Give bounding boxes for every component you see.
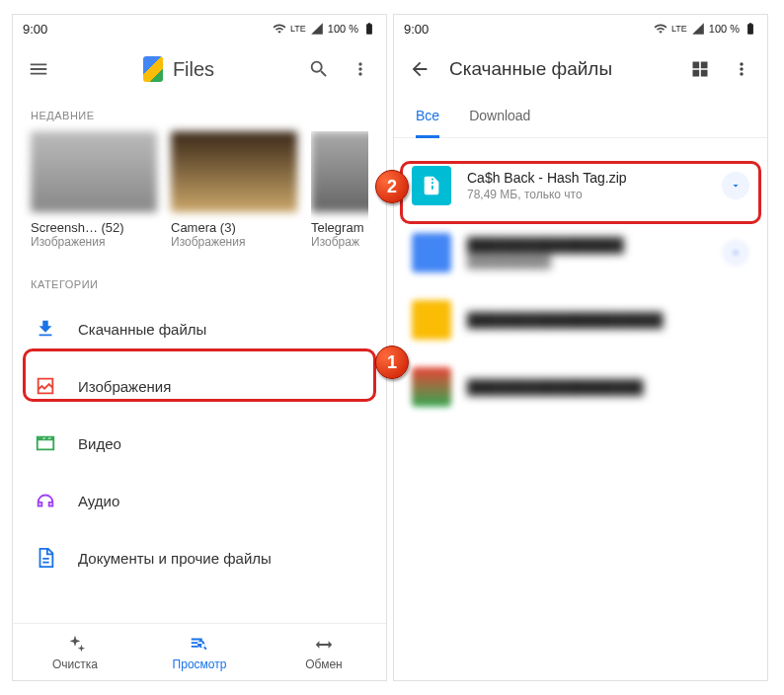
tabs: Все Download (394, 96, 767, 138)
category-audio[interactable]: Аудио (13, 472, 386, 529)
status-time: 9:00 (404, 22, 429, 37)
back-icon[interactable] (408, 57, 431, 81)
battery-icon (744, 22, 757, 36)
nav-label: Очистка (52, 657, 98, 671)
category-downloads[interactable]: Скачанные файлы (13, 300, 386, 357)
audio-icon (35, 490, 56, 511)
phone-right: 9:00 LTE 100 % Скачанные файлы Все (393, 14, 768, 681)
page-title: Скачанные файлы (449, 58, 670, 80)
recent-row: Screensh… (52) Изображения Camera (3) Из… (13, 131, 386, 265)
status-bar: 9:00 LTE 100 % (394, 15, 767, 42)
app-bar-left: Files (13, 42, 386, 96)
document-icon (35, 547, 56, 569)
file-row-zip[interactable]: Ca$h Back - Hash Tag.zip 78,49 МБ, тольк… (394, 152, 767, 219)
recent-card[interactable]: Camera (3) Изображения (171, 131, 297, 249)
section-recent-label: НЕДАВНИЕ (13, 96, 386, 131)
status-battery-text: 100 % (709, 23, 740, 35)
search-icon[interactable] (307, 57, 331, 81)
menu-icon[interactable] (27, 57, 50, 81)
grid-view-icon[interactable] (688, 57, 712, 81)
section-cat-label: КАТЕГОРИИ (13, 265, 386, 300)
dropdown-icon[interactable] (722, 172, 749, 199)
signal-icon (310, 22, 324, 36)
phone-left: 9:00 LTE 100 % Files (12, 14, 387, 681)
tab-all[interactable]: Все (416, 96, 439, 138)
status-net: LTE (290, 24, 306, 34)
status-battery-text: 100 % (328, 23, 358, 35)
tab-download[interactable]: Download (469, 96, 530, 137)
file-info-blurred: ████████████████████ (467, 312, 749, 328)
file-icon-blurred (412, 233, 451, 272)
status-net: LTE (671, 24, 687, 34)
app-title: Files (143, 56, 214, 82)
wifi-icon (273, 22, 286, 36)
category-video[interactable]: Видео (13, 415, 386, 472)
image-icon (35, 375, 56, 397)
file-icon-blurred (412, 300, 451, 340)
file-info-blurred: ██████████████████ (467, 379, 749, 395)
status-time: 9:00 (23, 22, 47, 37)
thumb-icon (311, 131, 368, 212)
file-row-blurred[interactable]: ████████████████ ██████████ (394, 219, 767, 286)
status-bar: 9:00 LTE 100 % (13, 15, 386, 42)
category-images[interactable]: Изображения (13, 357, 386, 415)
nav-label: Просмотр (173, 657, 227, 671)
thumb-icon (31, 131, 157, 212)
video-icon (35, 432, 56, 454)
category-label: Изображения (78, 378, 171, 395)
file-name: Ca$h Back - Hash Tag.zip (467, 170, 706, 186)
file-icon-blurred (412, 367, 451, 407)
category-list: Скачанные файлы Изображения Видео Аудио … (13, 300, 386, 586)
files-logo-icon (143, 56, 163, 82)
category-docs[interactable]: Документы и прочие файлы (13, 529, 386, 586)
badge-2: 2 (375, 170, 409, 203)
recent-sub: Изображ (311, 235, 368, 249)
signal-icon (691, 22, 705, 36)
app-title-text: Files (173, 58, 214, 81)
battery-icon (362, 22, 376, 36)
nav-browse[interactable]: Просмотр (137, 624, 262, 680)
recent-title: Screensh… (52) (31, 220, 157, 235)
app-bar-right: Скачанные файлы (394, 42, 767, 96)
category-label: Видео (78, 435, 121, 452)
recent-title: Camera (3) (171, 220, 297, 235)
sparkle-icon (64, 634, 86, 656)
share-icon (313, 634, 335, 656)
download-icon (35, 318, 56, 340)
file-info: Ca$h Back - Hash Tag.zip 78,49 МБ, тольк… (467, 170, 706, 201)
category-label: Аудио (78, 493, 119, 509)
nav-label: Обмен (305, 657, 343, 671)
thumb-icon (171, 131, 297, 212)
nav-share[interactable]: Обмен (262, 624, 386, 680)
bottom-nav: Очистка Просмотр Обмен (13, 623, 386, 680)
category-label: Скачанные файлы (78, 321, 206, 338)
browse-icon (189, 634, 210, 656)
recent-card[interactable]: Screensh… (52) Изображения (31, 131, 157, 249)
recent-card[interactable]: Telegram Изображ (311, 131, 368, 249)
status-indicators: LTE 100 % (654, 22, 757, 36)
more-icon[interactable] (730, 57, 753, 81)
recent-sub: Изображения (171, 235, 297, 249)
badge-1: 1 (375, 346, 409, 379)
more-icon[interactable] (349, 57, 372, 81)
status-indicators: LTE 100 % (273, 22, 376, 36)
recent-sub: Изображения (31, 235, 157, 249)
file-sub: 78,49 МБ, только что (467, 188, 706, 201)
file-row-blurred[interactable]: ██████████████████ (394, 353, 767, 421)
nav-clean[interactable]: Очистка (13, 624, 137, 680)
wifi-icon (654, 22, 667, 36)
dropdown-icon[interactable] (722, 239, 749, 267)
file-row-blurred[interactable]: ████████████████████ (394, 286, 767, 353)
zip-icon (412, 166, 451, 205)
recent-title: Telegram (311, 220, 368, 235)
file-info-blurred: ████████████████ ██████████ (467, 237, 706, 269)
category-label: Документы и прочие файлы (78, 550, 272, 567)
